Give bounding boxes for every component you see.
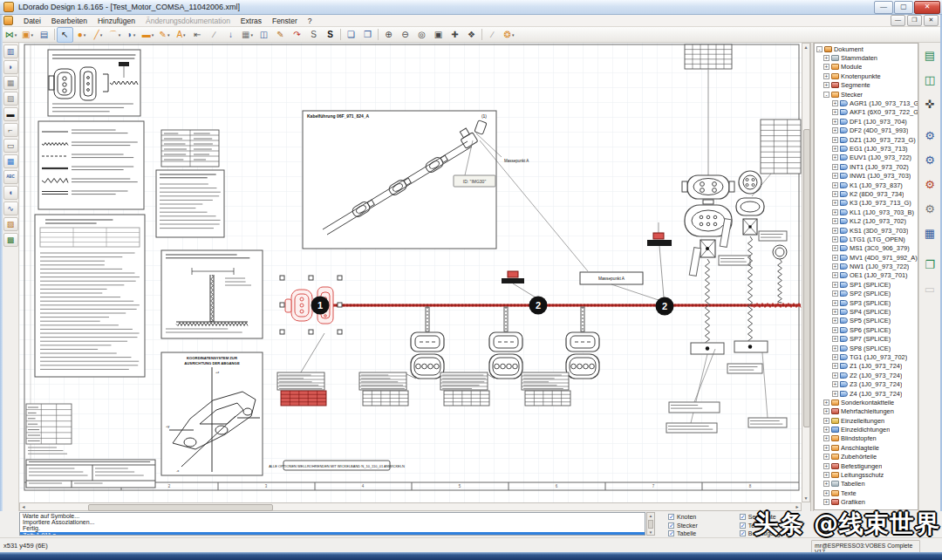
wellrohr-note[interactable]: ALLE OPTIONEN WELLROHRENDEN MIT WICKELBA… (269, 461, 405, 470)
tree-item-mehrfachleitungen[interactable]: +Mehrfachleitungen (815, 407, 918, 416)
tree-item-sp3-splice[interactable]: +SP3 (SPLICE) (815, 298, 918, 307)
paste-green-button[interactable]: ❐ (921, 256, 939, 273)
tree-item-z1-1j0-973-724[interactable]: +Z1 (1J0_973_724) (815, 362, 918, 371)
tree-item-einzeldichtungen[interactable]: +Einzeldichtungen (815, 425, 918, 434)
checkbox-stecker[interactable]: ✓ (668, 522, 674, 529)
tree-item-tabellen[interactable]: +Tabellen (815, 480, 918, 488)
expand-box[interactable]: + (832, 119, 838, 125)
menu-datei[interactable]: Datei (18, 15, 46, 26)
connector-symbol-3[interactable] (566, 332, 599, 379)
tree-item-ks1-3d0-973-703[interactable]: +KS1 (3D0_973_703) (815, 226, 918, 235)
splice-tool[interactable]: ▬▾ (140, 27, 156, 43)
abc-text-tool[interactable]: ABC (3, 170, 18, 184)
maximize-button[interactable]: ▢ (894, 1, 913, 14)
dropdown-caret[interactable]: ▾ (152, 32, 154, 38)
checkbox-tabelle[interactable]: ✓ (668, 530, 674, 536)
scroll-left-arrow[interactable]: ◄ (20, 503, 27, 510)
close-button[interactable]: ✕ (914, 1, 940, 14)
vertical-scroll-thumb[interactable] (803, 129, 810, 427)
expand-box[interactable]: + (832, 372, 838, 379)
log-scroll-thumb[interactable] (648, 520, 653, 529)
expand-box[interactable]: + (823, 472, 829, 478)
expand-box[interactable]: + (832, 109, 838, 115)
dropdown-caret[interactable]: ▾ (250, 32, 253, 38)
black-bar-tool[interactable]: ▬ (3, 107, 18, 121)
tree-item-segmente[interactable]: +Segmente (815, 81, 918, 90)
select-tool[interactable]: ↖ (57, 27, 73, 43)
tree-item-k1-1j0-973-837[interactable]: +K1 (1J0_973_837) (815, 181, 918, 189)
pan-button[interactable]: ✚ (447, 27, 463, 43)
expand-box[interactable]: + (832, 228, 838, 234)
tree-item-sp7-splice[interactable]: +SP7 (SPLICE) (815, 335, 918, 344)
tree-item-sp1-splice[interactable]: +SP1 (SPLICE) (815, 280, 918, 289)
edit-part-tool[interactable]: ✎ (272, 27, 289, 43)
tree-item-tg1-1j0-973-702[interactable]: +TG1 (1J0_973_702) (815, 352, 918, 361)
tree-item-sp6-splice[interactable]: +SP6 (SPLICE) (815, 325, 918, 334)
marker-2[interactable]: 2 (529, 297, 548, 315)
expand-box[interactable]: + (823, 73, 829, 79)
zoom-out-button[interactable]: ⊖ (397, 27, 413, 43)
tree-item-int1-1j0-973-702[interactable]: +INT1 (1J0_973_702) (815, 162, 918, 171)
tree-item-sp2-splice[interactable]: +SP2 (SPLICE) (815, 290, 918, 298)
frames-tool[interactable]: ▥ (3, 44, 18, 58)
tree-item-einzelleitungen[interactable]: +Einzelleitungen (815, 416, 918, 425)
expand-box[interactable]: + (832, 381, 838, 387)
tree-item-kl2-1j0-973-702[interactable]: +KL2 (1J0_973_702) (815, 216, 918, 225)
zoom-page-button[interactable]: ▣ (430, 27, 447, 43)
menu-hinzuf-gen[interactable]: Hinzufügen (92, 15, 140, 26)
expand-box[interactable]: + (823, 400, 829, 406)
dropdown-caret[interactable]: ▾ (31, 32, 33, 38)
tree-item-stammdaten[interactable]: +Stammdaten (815, 53, 918, 62)
line-tool[interactable]: ∕ (206, 27, 222, 43)
log-scrollbar[interactable]: ▲ ▼ (646, 512, 655, 536)
tree-item-inw1-1j0-973-703[interactable]: +INW1 (1J0_973_703) (815, 171, 918, 180)
hand-button[interactable]: ❖ (463, 27, 480, 43)
expand-box[interactable]: + (823, 499, 829, 505)
expand-box[interactable]: + (832, 100, 838, 106)
expand-box[interactable]: + (823, 463, 829, 469)
expand-box[interactable]: + (832, 290, 838, 297)
tree-item-agr1-1j0-973-713-g[interactable]: +AGR1 (1J0_973_713_G) (815, 99, 918, 107)
expand-box[interactable]: + (832, 391, 838, 397)
expand-box[interactable]: + (832, 182, 838, 188)
tree-item-befestigungen[interactable]: +Befestigungen (815, 461, 918, 470)
connector-tool[interactable]: ◗▾ (123, 27, 140, 43)
collapse-box[interactable]: - (823, 92, 829, 98)
dropdown-caret[interactable]: ▾ (84, 32, 86, 38)
wire-table-3[interactable] (440, 372, 489, 406)
tree-item-module[interactable]: +Module (815, 63, 918, 72)
settings1-button[interactable]: ⚙ (921, 126, 939, 144)
rect-tool[interactable]: ▭ (3, 139, 18, 153)
copy-symbols-button[interactable]: ❏ (343, 27, 359, 43)
tree-item-texte[interactable]: +Texte (815, 488, 918, 497)
tree-item-sonderkontaktteile[interactable]: +Sonderkontaktteile (815, 398, 918, 406)
canvas-horizontal-scrollbar[interactable]: ◄ ► (19, 502, 802, 511)
legend-box[interactable] (38, 121, 144, 209)
save-button[interactable]: ▤ (36, 27, 52, 43)
grid2-tool[interactable]: ▦ (3, 154, 18, 168)
expand-box[interactable]: + (823, 82, 829, 88)
settings2-button[interactable]: ⚙ (921, 151, 939, 168)
table-tool[interactable]: ▦ (3, 76, 18, 90)
expand-box[interactable]: + (832, 137, 838, 143)
menu-?[interactable]: ? (303, 15, 317, 26)
wire2-tool[interactable]: ∿ (3, 201, 18, 215)
spline-tool[interactable]: S (305, 27, 322, 43)
dropdown-caret[interactable]: ▾ (15, 32, 17, 38)
note-box-fertigung[interactable] (161, 250, 263, 338)
dropdown-caret[interactable]: ▾ (512, 32, 515, 38)
expand-box[interactable]: + (823, 427, 829, 433)
open-button[interactable]: ▣▾ (19, 27, 36, 43)
tree-item-sp4-splice[interactable]: +SP4 (SPLICE) (815, 307, 918, 316)
expand-box[interactable]: + (832, 146, 838, 152)
expand-box[interactable]: + (832, 345, 838, 352)
note-box-wellrohr[interactable] (156, 170, 224, 237)
dropdown-caret[interactable]: ▾ (167, 32, 170, 38)
paste-symbols-button[interactable]: ❐ (359, 27, 376, 43)
expand-box[interactable]: + (832, 363, 838, 369)
horizontal-scroll-thumb[interactable] (88, 504, 273, 511)
filter-tabelle[interactable]: ✓Tabelle (668, 530, 698, 536)
expand-box[interactable]: + (832, 354, 838, 360)
dimension-tool[interactable]: ⇤ (189, 27, 206, 43)
expand-box[interactable]: + (823, 481, 829, 487)
